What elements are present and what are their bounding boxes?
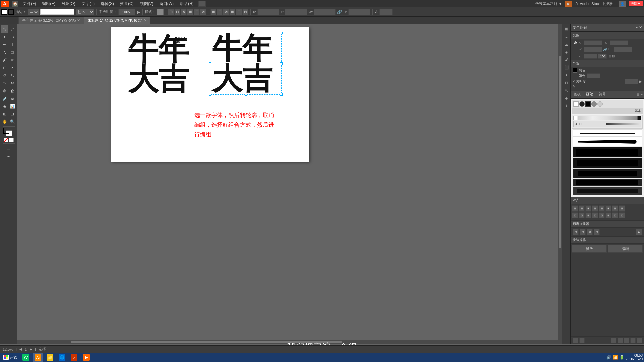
home-icon[interactable]: 🏠 — [12, 1, 18, 7]
grad-black[interactable] — [637, 116, 641, 120]
dist-h4[interactable]: ⊡ — [572, 212, 578, 218]
stroke-swatch[interactable] — [8, 9, 14, 15]
shape-builder[interactable]: ⊕ — [1, 87, 8, 95]
handle-br[interactable] — [280, 93, 283, 96]
angle-input[interactable]: 0° — [379, 9, 393, 15]
ui-menu-btn[interactable]: ☰ — [198, 1, 206, 7]
libraries-icon[interactable]: ☁ — [563, 41, 570, 48]
rotate-tool[interactable]: ↻ — [1, 72, 8, 79]
canvas-area[interactable]: 牛年 大吉 HAPPYNIUYEAR — [17, 24, 562, 344]
panel-collapse-icon[interactable]: ✕ — [639, 25, 642, 30]
align-left2[interactable]: ⊞ — [572, 205, 578, 212]
selection-tool[interactable]: ↖ — [1, 25, 8, 33]
v-scrollbar[interactable] — [558, 24, 562, 344]
tray-icon3[interactable]: 🔋 — [619, 355, 624, 360]
footer-icon4[interactable] — [630, 338, 636, 343]
menu-view[interactable]: 视图(V) — [137, 0, 156, 7]
align-extra2[interactable]: ⊟ — [619, 205, 625, 212]
panel-options-icon[interactable]: ≡ — [636, 25, 638, 30]
swatch-circle[interactable] — [591, 101, 597, 107]
files-btn[interactable]: 📁 — [45, 353, 55, 362]
footer-delete-icon[interactable] — [637, 338, 642, 343]
stroke-color[interactable] — [3, 128, 9, 134]
zoom-tool[interactable]: 🔍 — [9, 118, 16, 125]
reflect-tool[interactable]: ⇆ — [9, 72, 16, 79]
next-page[interactable]: ▶ — [30, 347, 32, 351]
menu-file[interactable]: 文件(F) — [20, 0, 39, 7]
align-top[interactable]: ⊞ — [187, 9, 193, 15]
info-icon[interactable]: ℹ — [563, 103, 570, 109]
grad-white[interactable] — [573, 116, 577, 120]
release-btn[interactable]: 释放 — [572, 245, 607, 253]
tab-expand-icon[interactable]: ⊞ — [637, 93, 639, 96]
opacity-expand[interactable]: ▶ — [639, 80, 642, 83]
tab-brushes[interactable]: 画笔 — [583, 90, 596, 98]
align-left[interactable]: ⊞ — [168, 9, 174, 15]
menu-object[interactable]: 对象(O) — [59, 0, 78, 7]
prev-page[interactable]: ◀ — [19, 347, 22, 351]
eyedropper-tool[interactable]: 💉 — [1, 95, 8, 102]
footer-icon2[interactable] — [618, 338, 623, 343]
illustrator-btn[interactable]: Ai — [33, 353, 43, 362]
warp-tool[interactable]: ⋈ — [9, 79, 16, 87]
morph-btn1[interactable]: ⊞ — [573, 229, 579, 235]
menu-select[interactable]: 选择(S) — [98, 0, 117, 7]
wechat-btn[interactable]: W — [20, 353, 31, 362]
angle-select[interactable]: ° — [598, 54, 607, 59]
tab-color[interactable]: 色板 — [571, 90, 583, 98]
gradient-tool[interactable]: ◐ — [9, 87, 16, 95]
brush-item-4[interactable] — [573, 158, 642, 169]
direct-select-tool[interactable]: ↗ — [9, 25, 16, 33]
tab-file1[interactable]: 牛字体.ai @ 3.12% (CMYK/预览) ✕ — [18, 17, 84, 24]
dist-v5[interactable]: ⊡ — [592, 212, 598, 218]
browser-btn[interactable]: 🌐 — [57, 353, 67, 362]
dist-h2[interactable]: ⊠ — [223, 9, 229, 15]
align-extra1[interactable]: ⊞ — [612, 205, 618, 212]
dist-v2[interactable]: ⊞ — [229, 9, 235, 15]
handle-bl[interactable] — [209, 93, 211, 96]
footer-icon3[interactable] — [624, 338, 629, 343]
h-scrollbar[interactable] — [17, 340, 558, 344]
swatch-none[interactable] — [573, 101, 579, 107]
white-swatch[interactable] — [9, 138, 14, 142]
brush-item-7[interactable] — [573, 187, 642, 195]
music-btn[interactable]: ♪ — [69, 353, 79, 362]
h-coord-input[interactable]: 682, 408 — [614, 47, 632, 52]
slice-tool[interactable]: ⊡ — [9, 110, 16, 118]
pencil-tool[interactable]: ✏ — [9, 56, 16, 64]
symbol-tool[interactable]: ◈ — [1, 103, 8, 110]
x-coord-input[interactable]: 626, 402 — [584, 40, 602, 45]
handle-mr[interactable] — [280, 62, 283, 65]
tab-file2[interactable]: 未标题-1* @ 12.5% (CMYK/预览) ✕ — [84, 17, 150, 24]
swatches-icon[interactable]: ⬛ — [563, 64, 570, 71]
stroke-outer-swatch[interactable] — [573, 74, 577, 78]
opacity-outer-input[interactable]: 100% — [625, 79, 638, 84]
menu-effect[interactable]: 效果(C) — [117, 0, 137, 7]
type-tool[interactable]: T — [9, 41, 16, 48]
h-input[interactable]: 662.408 — [348, 9, 370, 15]
dist-h3[interactable]: ⊟ — [236, 9, 242, 15]
brushes-icon[interactable]: 🖌 — [563, 56, 570, 63]
dist-v7[interactable]: ⊡ — [619, 212, 625, 218]
layers-icon[interactable]: ≡ — [563, 33, 570, 40]
menu-window[interactable]: 窗口(W) — [157, 0, 176, 7]
align-center-h[interactable]: ⊟ — [174, 9, 180, 15]
menu-edit[interactable]: 编辑(E) — [39, 0, 58, 7]
brush-item-1[interactable] — [573, 129, 642, 137]
scissors-tool[interactable]: ✂ — [9, 64, 16, 71]
handle-tr[interactable] — [280, 32, 283, 34]
footer-icon1[interactable] — [611, 338, 616, 343]
dist-h[interactable]: ⊞ — [210, 9, 216, 15]
handle-tl[interactable] — [209, 32, 211, 34]
edit-btn[interactable]: 编辑 — [608, 245, 643, 253]
pen-tool[interactable]: ✒ — [1, 41, 8, 48]
align-right2[interactable]: ⊠ — [585, 205, 591, 212]
player-btn[interactable]: ▶ — [81, 353, 92, 362]
brush-item-6[interactable] — [573, 179, 642, 187]
menu-text[interactable]: 文字(T) — [79, 0, 97, 7]
tray-icon2[interactable]: 📶 — [613, 355, 618, 360]
layer-new-icon[interactable] — [573, 338, 578, 343]
properties-icon[interactable]: ⊞ — [563, 25, 570, 32]
line-tool[interactable]: ╲ — [1, 49, 8, 56]
stroke-width-input[interactable]: 3.00 — [587, 73, 600, 78]
